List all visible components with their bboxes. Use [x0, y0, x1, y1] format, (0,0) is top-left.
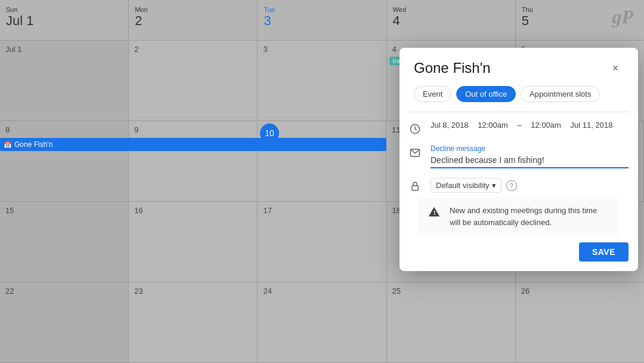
- warning-icon: [428, 206, 440, 221]
- warning-row: New and existing meetings during this ti…: [419, 198, 619, 235]
- dash: –: [517, 121, 521, 130]
- tab-appointment-slots[interactable]: Appointment slots: [521, 86, 600, 102]
- lock-icon: [409, 180, 421, 192]
- modal-title: Gone Fish'n: [414, 60, 491, 76]
- end-time: 12:00am: [531, 121, 561, 130]
- email-icon: [409, 147, 421, 159]
- decline-input[interactable]: [431, 154, 628, 168]
- save-button[interactable]: SAVE: [579, 242, 628, 262]
- start-date: Jul 8, 2018: [431, 121, 469, 130]
- tab-row: Event Out of office Appointment slots: [400, 81, 638, 112]
- warning-text: New and existing meetings during this ti…: [450, 205, 609, 228]
- visibility-label: Default visibility: [436, 181, 490, 190]
- date-time-row: Jul 8, 2018 12:00am – 12:00am Jul 11, 20…: [400, 112, 638, 140]
- modal-footer: SAVE: [400, 235, 638, 271]
- end-date: Jul 11, 2018: [571, 121, 613, 130]
- start-time: 12:00am: [478, 121, 508, 130]
- decline-message-row: Decline message: [400, 140, 638, 173]
- event-modal: Gone Fish'n × Event Out of office Appoin…: [400, 48, 638, 271]
- modal-overlay: Gone Fish'n × Event Out of office Appoin…: [0, 0, 644, 363]
- svg-rect-2: [412, 186, 419, 190]
- warning-section: New and existing meetings during this ti…: [400, 198, 638, 235]
- calendar-wrapper: Sun Jul 1 Mon 2 Tue 3 Wed 4 Thu 5 gP Ju: [0, 0, 644, 363]
- tab-event[interactable]: Event: [414, 86, 451, 102]
- clock-icon: [409, 123, 421, 135]
- visibility-content: Default visibility ▾ ?: [431, 178, 628, 193]
- close-button[interactable]: ×: [607, 60, 624, 76]
- visibility-select[interactable]: Default visibility ▾: [431, 178, 501, 193]
- visibility-row: Default visibility ▾ ?: [400, 173, 638, 198]
- decline-label: Decline message: [431, 144, 628, 153]
- help-icon[interactable]: ?: [506, 180, 517, 191]
- chevron-down-icon: ▾: [492, 181, 496, 190]
- decline-content: Decline message: [431, 144, 628, 168]
- date-time-content: Jul 8, 2018 12:00am – 12:00am Jul 11, 20…: [431, 121, 628, 130]
- modal-header: Gone Fish'n ×: [400, 48, 638, 81]
- tab-out-of-office[interactable]: Out of office: [456, 86, 516, 102]
